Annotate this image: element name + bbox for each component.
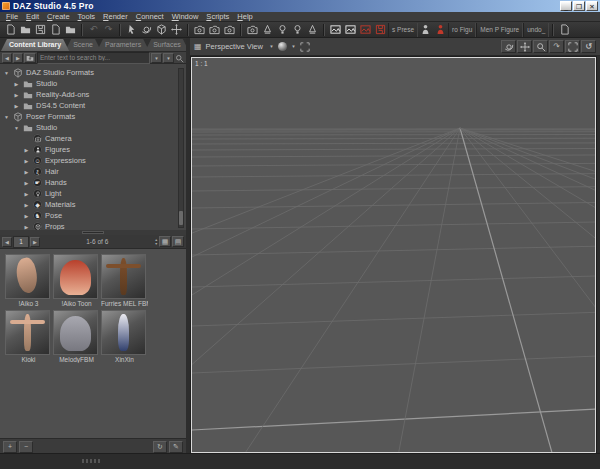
search-input[interactable] xyxy=(37,52,150,64)
export-button[interactable] xyxy=(63,23,78,37)
reset-camera-button[interactable]: ↺ xyxy=(581,40,596,53)
new-camera-button[interactable] xyxy=(245,23,260,37)
expander-open-icon[interactable]: ▼ xyxy=(3,70,10,76)
drawstyle-dropdown-icon[interactable]: ▼ xyxy=(289,44,298,49)
render-album-button[interactable] xyxy=(373,23,388,37)
tree-item-light[interactable]: ▶Light xyxy=(0,188,186,199)
menu-window[interactable]: Window xyxy=(168,12,203,22)
minimize-button[interactable]: _ xyxy=(560,1,572,11)
expander-closed-icon[interactable]: ▶ xyxy=(23,158,30,164)
tree-item-reality-add-ons[interactable]: ▶Reality-Add-ons xyxy=(0,89,186,100)
menu-file[interactable]: File xyxy=(2,12,22,22)
new-point-light-button[interactable] xyxy=(275,23,290,37)
new-spotlight-button[interactable] xyxy=(260,23,275,37)
grid-view-button[interactable]: ▦ xyxy=(159,236,171,247)
render-settings-button[interactable] xyxy=(358,23,373,37)
resize-handle-icon[interactable] xyxy=(82,459,102,463)
expander-closed-icon[interactable]: ▶ xyxy=(23,191,30,197)
expander-closed-icon[interactable]: ▶ xyxy=(23,202,30,208)
tree-scrollbar[interactable] xyxy=(178,68,184,228)
restore-button[interactable]: ❒ xyxy=(573,1,585,11)
pan-camera-button[interactable] xyxy=(517,40,532,53)
preset-button-4[interactable]: undo_ xyxy=(523,23,549,37)
search-back-button[interactable]: ◀ xyxy=(2,53,12,63)
tree-item-figures[interactable]: ▶Figures xyxy=(0,144,186,155)
tree-item-expressions[interactable]: ▶☺Expressions xyxy=(0,155,186,166)
thumbnail--aiko-toon[interactable] xyxy=(53,254,98,299)
thumbnail--aiko-3[interactable] xyxy=(5,254,50,299)
poser-import-button[interactable] xyxy=(433,23,448,37)
close-button[interactable]: ✕ xyxy=(586,1,598,11)
tab-scene[interactable]: Scene xyxy=(65,39,101,51)
open-file-button[interactable] xyxy=(18,23,33,37)
refresh-button[interactable]: ↻ xyxy=(153,441,167,453)
save-button[interactable] xyxy=(33,23,48,37)
viewport-grid-icon[interactable]: ▦ xyxy=(194,43,202,51)
tree-scrollbar-thumb[interactable] xyxy=(179,211,183,225)
menu-render[interactable]: Render xyxy=(99,12,132,22)
spin-down-icon[interactable]: ▼ xyxy=(155,242,158,246)
menu-connect[interactable]: Connect xyxy=(132,12,168,22)
translate-tool-button[interactable] xyxy=(169,23,184,37)
scale-tool-button[interactable] xyxy=(154,23,169,37)
add-content-button[interactable]: + xyxy=(3,441,17,453)
menu-tools[interactable]: Tools xyxy=(74,12,100,22)
menu-help[interactable]: Help xyxy=(233,12,256,22)
expander-closed-icon[interactable]: ▶ xyxy=(23,180,30,186)
expander-open-icon[interactable]: ▼ xyxy=(3,114,10,120)
folder-up-icon[interactable] xyxy=(24,53,36,63)
tree-item-pose[interactable]: ▶♞Pose xyxy=(0,210,186,221)
camera-tool-button-2[interactable] xyxy=(207,23,222,37)
render-button[interactable] xyxy=(328,23,343,37)
tree-item-hands[interactable]: ▶☛Hands xyxy=(0,177,186,188)
new-script-button[interactable] xyxy=(557,23,572,37)
frame-button[interactable] xyxy=(565,40,580,53)
rotate-camera-button[interactable]: ↷ xyxy=(549,40,564,53)
drawstyle-sphere-icon[interactable] xyxy=(278,42,287,51)
zoom-camera-button[interactable] xyxy=(533,40,548,53)
tree-item-materials[interactable]: ▶◆Materials xyxy=(0,199,186,210)
thumbnail-furries-mel-fbm[interactable] xyxy=(101,254,146,299)
tree-item-ds4-5-content[interactable]: ▶DS4.5 Content xyxy=(0,100,186,111)
tree-item-camera[interactable]: Camera xyxy=(0,133,186,144)
page-next-button[interactable]: ▶ xyxy=(30,237,40,247)
tab-content-library[interactable]: Content Library xyxy=(1,39,69,51)
title-bar[interactable]: DAZ Studio 4.5 Pro _❒✕ xyxy=(0,0,600,12)
expander-closed-icon[interactable]: ▶ xyxy=(23,213,30,219)
thumbnail-melodyfbm[interactable] xyxy=(53,310,98,355)
expander-closed-icon[interactable]: ▶ xyxy=(23,147,30,153)
remove-content-button[interactable]: − xyxy=(19,441,33,453)
render-preview-button[interactable] xyxy=(343,23,358,37)
edit-button[interactable]: ✎ xyxy=(169,441,183,453)
list-view-button[interactable]: ▤ xyxy=(172,236,184,247)
page-prev-button[interactable]: ◀ xyxy=(2,237,12,247)
node-selection-tool-button[interactable] xyxy=(124,23,139,37)
wardrobe-button[interactable] xyxy=(418,23,433,37)
camera-selector[interactable]: Perspective View xyxy=(206,42,263,51)
thumbnail-xinxin[interactable] xyxy=(101,310,146,355)
viewport-options-button[interactable] xyxy=(300,38,310,56)
orbit-camera-button[interactable] xyxy=(501,40,516,53)
new-distant-light-button[interactable] xyxy=(290,23,305,37)
tree-item-daz-studio-formats[interactable]: ▼DAZ Studio Formats xyxy=(0,67,186,78)
preset-button-1[interactable]: s Prese xyxy=(388,23,418,37)
menu-edit[interactable]: Edit xyxy=(22,12,43,22)
import-button[interactable] xyxy=(48,23,63,37)
tree-item-props[interactable]: ▶Props xyxy=(0,221,186,230)
expander-closed-icon[interactable]: ▶ xyxy=(13,92,20,98)
expander-closed-icon[interactable]: ▶ xyxy=(23,224,30,230)
menu-create[interactable]: Create xyxy=(43,12,74,22)
preset-button-3[interactable]: Men P Figure xyxy=(476,23,523,37)
tab-parameters[interactable]: Parameters xyxy=(97,39,149,51)
expander-open-icon[interactable]: ▼ xyxy=(13,125,20,131)
tree-item-studio[interactable]: ▼Studio xyxy=(0,122,186,133)
camera-settings-button[interactable] xyxy=(222,23,237,37)
page-number-field[interactable]: 1 xyxy=(13,236,29,248)
thumbnail-kioki[interactable] xyxy=(5,310,50,355)
preset-button-2[interactable]: ro Figu xyxy=(448,23,476,37)
expander-closed-icon[interactable]: ▶ xyxy=(13,103,20,109)
search-filter-dropdown[interactable]: ▼ xyxy=(151,53,162,63)
3d-viewport[interactable]: 1 : 1 xyxy=(191,57,596,453)
expander-closed-icon[interactable]: ▶ xyxy=(13,81,20,87)
search-type-dropdown[interactable]: ▼ xyxy=(163,53,174,63)
